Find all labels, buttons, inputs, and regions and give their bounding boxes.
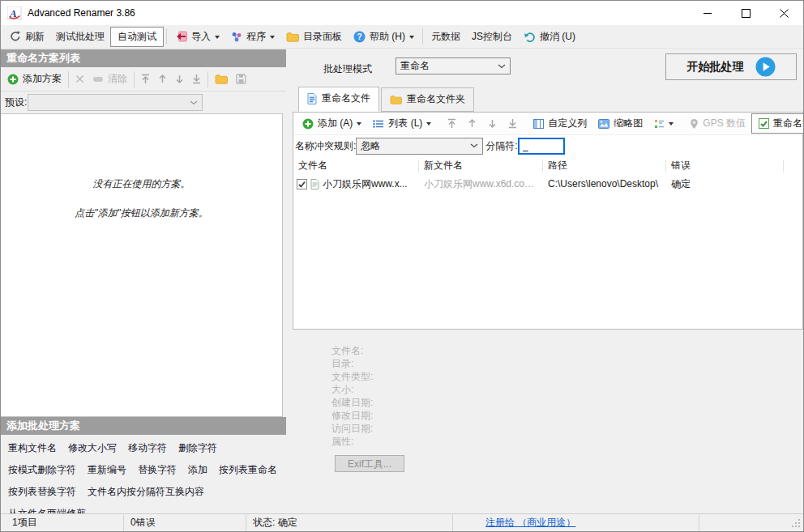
toolbar-separator bbox=[166, 28, 167, 45]
start-batch-button[interactable]: 开始批处理 bbox=[665, 53, 797, 80]
method-link-change-case[interactable]: 修改大小写 bbox=[68, 441, 117, 455]
method-link-remove-chars[interactable]: 删除字符 bbox=[178, 441, 217, 455]
undo-button[interactable]: 撤消 (U) bbox=[518, 27, 581, 47]
method-list-empty-area: 没有正在使用的方案。 点击"添加"按钮以添加新方案。 bbox=[1, 113, 283, 417]
row-checkbox-checked[interactable] bbox=[297, 179, 307, 189]
method-link-list-rename[interactable]: 按列表重命名 bbox=[219, 463, 277, 477]
toolbar-separator bbox=[134, 71, 135, 87]
remove-method-button[interactable] bbox=[71, 71, 88, 87]
preset-select[interactable] bbox=[28, 94, 203, 111]
tab-rename-files[interactable]: 重命名文件 bbox=[298, 87, 379, 112]
maximize-button[interactable] bbox=[727, 1, 765, 25]
js-console-button[interactable]: JS控制台 bbox=[466, 27, 518, 47]
arrow-top-icon bbox=[141, 74, 150, 84]
list-view-button[interactable]: 列表 (L) bbox=[367, 113, 437, 134]
help-button[interactable]: ? 帮助 (H) bbox=[348, 27, 420, 47]
move-up-button[interactable] bbox=[154, 70, 171, 87]
gps-pin-icon bbox=[690, 118, 699, 130]
save-method-file-button[interactable] bbox=[232, 70, 250, 87]
arrow-up-icon bbox=[158, 74, 167, 84]
gps-values-button[interactable]: GPS 数值 bbox=[684, 113, 751, 134]
cell-path: C:\Users\lenovo\Desktop\ bbox=[543, 178, 666, 189]
import-button[interactable]: 导入 bbox=[169, 27, 225, 47]
main-area: 重命名方案列表 添加方案 清除 bbox=[1, 49, 803, 513]
separator-input[interactable] bbox=[518, 138, 565, 155]
list-icon bbox=[373, 119, 384, 129]
custom-columns-button[interactable]: 自定义列 bbox=[528, 113, 592, 134]
method-link-remove-pattern[interactable]: 按模式删除字符 bbox=[8, 463, 76, 477]
chevron-down-icon bbox=[470, 143, 478, 148]
file-move-down-button[interactable] bbox=[482, 115, 502, 132]
column-header-path[interactable]: 路径 bbox=[543, 160, 666, 172]
conflict-rule-label: 名称冲突规则: bbox=[295, 139, 356, 153]
conflict-rule-row: 名称冲突规则: 忽略 分隔符: bbox=[293, 135, 802, 156]
method-link-list-replace[interactable]: 按列表替换字符 bbox=[8, 485, 76, 499]
resize-grip[interactable] bbox=[791, 518, 801, 528]
file-move-bottom-button[interactable] bbox=[502, 115, 523, 132]
column-header-error[interactable]: 错误 bbox=[666, 160, 784, 172]
test-batch-button[interactable]: 测试批处理 bbox=[50, 27, 110, 47]
chevron-down-icon bbox=[426, 122, 431, 128]
preset-row: 预设: bbox=[1, 92, 286, 113]
thumbnails-button[interactable]: 缩略图 bbox=[592, 113, 648, 134]
refresh-icon bbox=[10, 31, 21, 42]
programs-button[interactable]: 程序 bbox=[225, 27, 280, 47]
file-move-up-button[interactable] bbox=[462, 115, 482, 132]
file-details-panel: 文件名: 目录: 文件类型: 大小: 创建日期: 修改日期: 访问日期: 属性:… bbox=[293, 331, 803, 513]
file-toolbar: 添加 (A) 列表 (L) bbox=[293, 113, 802, 135]
column-header-new-filename[interactable]: 新文件名 bbox=[419, 160, 543, 172]
detail-label-accessed: 访问日期: bbox=[331, 422, 803, 435]
app-logo-icon: A bbox=[7, 6, 22, 20]
programs-icon bbox=[231, 31, 242, 42]
dir-panel-button[interactable]: 目录面板 bbox=[280, 27, 348, 47]
group-options-button[interactable] bbox=[648, 116, 679, 132]
auto-test-button[interactable]: 自动测试 bbox=[110, 27, 164, 47]
batch-mode-select[interactable]: 重命名 bbox=[396, 57, 511, 74]
preset-label: 预设: bbox=[5, 96, 27, 109]
chevron-down-icon bbox=[669, 122, 674, 128]
save-icon bbox=[236, 74, 246, 84]
table-row[interactable]: 小刀娱乐网www.x... 小刀娱乐网www.x6d.com.... C:\Us… bbox=[293, 175, 802, 193]
eraser-icon bbox=[92, 75, 104, 83]
register-link[interactable]: 注册给 （商业用途） bbox=[485, 516, 575, 530]
move-bottom-button[interactable] bbox=[188, 70, 205, 87]
rename-match-toggle[interactable]: 重命名匹配 bbox=[751, 113, 804, 134]
app-window: A Advanced Renamer 3.86 刷新 测试批处理 自动测试 bbox=[0, 0, 804, 532]
detail-label-filetype: 文件类型: bbox=[331, 370, 803, 383]
column-header-filename[interactable]: 文件名 bbox=[293, 160, 419, 172]
method-link-replace[interactable]: 替换字符 bbox=[138, 463, 177, 477]
metadata-button[interactable]: 元数据 bbox=[426, 27, 466, 47]
close-button[interactable] bbox=[765, 1, 803, 25]
svg-text:?: ? bbox=[357, 32, 361, 41]
method-link-renumber[interactable]: 重新编号 bbox=[88, 463, 126, 477]
file-move-top-button[interactable] bbox=[442, 115, 462, 132]
clear-methods-button[interactable]: 清除 bbox=[88, 69, 131, 89]
detail-label-modified: 修改日期: bbox=[331, 409, 803, 422]
method-link-rebuild-filename[interactable]: 重构文件名 bbox=[8, 441, 57, 455]
folder-icon bbox=[215, 74, 228, 84]
add-files-button[interactable]: 添加 (A) bbox=[297, 113, 367, 134]
file-table-header: 文件名 新文件名 路径 错误 bbox=[293, 156, 802, 175]
minimize-button[interactable] bbox=[689, 1, 727, 25]
status-item-count: 1项目 bbox=[1, 514, 124, 531]
add-method-button[interactable]: 添加方案 bbox=[3, 69, 66, 89]
open-method-file-button[interactable] bbox=[211, 70, 232, 87]
move-down-button[interactable] bbox=[171, 70, 188, 87]
conflict-rule-select[interactable]: 忽略 bbox=[356, 138, 483, 155]
method-link-move-chars[interactable]: 移动字符 bbox=[128, 441, 167, 455]
exif-tool-button[interactable]: Exif工具... bbox=[335, 455, 404, 472]
add-method-section-header: 添加批处理方案 bbox=[1, 417, 286, 435]
tab-rename-folders[interactable]: 重命名文件夹 bbox=[381, 87, 474, 112]
cell-filename: 小刀娱乐网www.x... bbox=[293, 177, 419, 191]
columns-icon bbox=[533, 119, 544, 129]
method-link-swap-by-separator[interactable]: 文件名内按分隔符互换内容 bbox=[88, 485, 204, 499]
arrow-down-icon bbox=[175, 74, 184, 84]
empty-message-line2: 点击"添加"按钮以添加新方案。 bbox=[1, 206, 282, 220]
method-link-add[interactable]: 添加 bbox=[188, 463, 207, 477]
document-icon bbox=[310, 179, 319, 189]
window-controls bbox=[689, 1, 803, 25]
refresh-button[interactable]: 刷新 bbox=[4, 27, 50, 47]
add-icon bbox=[7, 74, 19, 85]
move-top-button[interactable] bbox=[137, 70, 154, 87]
arrow-bottom-icon bbox=[192, 74, 201, 84]
